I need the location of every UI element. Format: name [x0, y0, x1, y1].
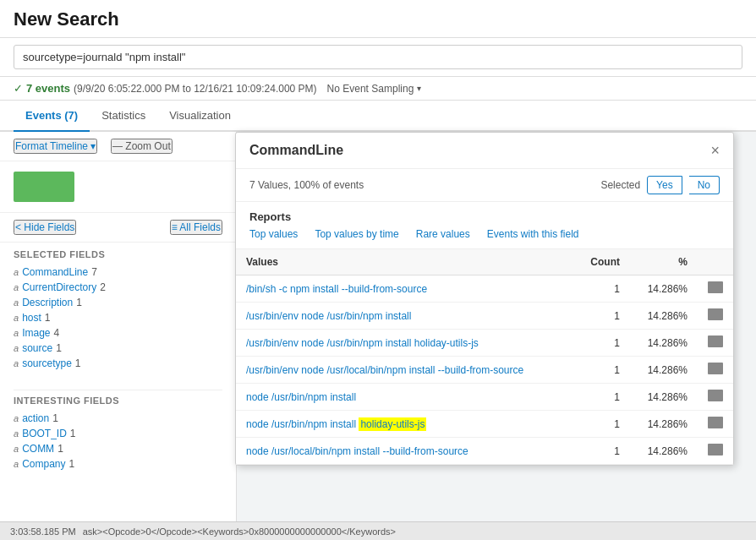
- value-link[interactable]: /usr/bin/env node /usr/bin/npm install h…: [246, 337, 479, 349]
- selected-fields-label: SELECTED FIELDS: [14, 249, 222, 259]
- count-cell: 1: [579, 303, 630, 330]
- reports-section: Reports Top values Top values by time Ra…: [236, 202, 733, 249]
- top-values-by-time-link[interactable]: Top values by time: [315, 228, 398, 240]
- col-values: Values: [236, 249, 579, 275]
- search-input[interactable]: sourcetype=journald "npm install": [14, 45, 742, 69]
- status-row: ✓ 7 events (9/9/20 6:05:22.000 PM to 12/…: [0, 77, 756, 101]
- pct-cell: 14.286%: [630, 275, 698, 303]
- rare-values-link[interactable]: Rare values: [416, 228, 470, 240]
- event-range: (9/9/20 6:05:22.000 PM to 12/16/21 10:09…: [74, 83, 317, 95]
- bar-cell: [698, 275, 733, 303]
- mini-bar: [708, 335, 723, 347]
- fields-toggle: < Hide Fields ≡ All Fields: [0, 212, 236, 243]
- format-timeline-button[interactable]: Format Timeline ▾: [14, 139, 97, 154]
- tab-statistics[interactable]: Statistics: [90, 101, 157, 132]
- field-type-icon: a: [14, 459, 19, 469]
- reports-links: Top values Top values by time Rare value…: [249, 228, 720, 240]
- yes-button[interactable]: Yes: [647, 176, 682, 194]
- field-item: aBOOT_ID1: [14, 426, 222, 441]
- value-link[interactable]: /usr/bin/env node /usr/local/bin/npm ins…: [246, 364, 523, 376]
- col-pct: %: [630, 249, 698, 275]
- field-item: aCompany1: [14, 456, 222, 472]
- reports-label: Reports: [249, 210, 720, 223]
- field-name-link[interactable]: COMM: [22, 443, 54, 455]
- table-row: /usr/bin/env node /usr/bin/npm install 1…: [236, 303, 733, 330]
- no-button[interactable]: No: [689, 176, 720, 194]
- value-link[interactable]: node /usr/bin/npm install holiday-utils-…: [246, 417, 426, 431]
- field-name-link[interactable]: Image: [22, 327, 50, 339]
- bar-cell: [698, 438, 733, 465]
- field-type-icon: a: [14, 313, 19, 323]
- field-count: 2: [100, 281, 106, 293]
- field-name-link[interactable]: Description: [22, 297, 73, 308]
- field-name-link[interactable]: source: [22, 342, 52, 354]
- value-link[interactable]: /bin/sh -c npm install --build-from-sour…: [246, 283, 427, 295]
- table-row: /usr/bin/env node /usr/local/bin/npm ins…: [236, 357, 733, 384]
- field-type-icon: a: [14, 413, 19, 423]
- status-bar: 3:03:58.185 PM ask><Opcode>0</Opcode><Ke…: [0, 521, 756, 540]
- value-link[interactable]: /usr/bin/env node /usr/bin/npm install: [246, 310, 411, 322]
- value-link[interactable]: node /usr/bin/npm install: [246, 391, 356, 403]
- bar-cell: [698, 384, 733, 411]
- all-fields-button[interactable]: ≡ All Fields: [170, 220, 222, 235]
- field-count: 1: [70, 428, 76, 439]
- sampling-label: No Event Sampling: [327, 83, 414, 95]
- pct-cell: 14.286%: [630, 357, 698, 384]
- top-values-link[interactable]: Top values: [249, 228, 298, 240]
- mini-bar: [708, 308, 723, 320]
- field-count: 1: [58, 443, 63, 455]
- table-row: /bin/sh -c npm install --build-from-sour…: [236, 275, 733, 303]
- timeline-green-bar: [14, 172, 74, 202]
- field-count: 1: [52, 412, 58, 424]
- table-row: /usr/bin/env node /usr/bin/npm install h…: [236, 330, 733, 357]
- field-count: 1: [56, 342, 62, 354]
- field-type-icon: a: [14, 328, 19, 338]
- sampling-button[interactable]: No Event Sampling ▾: [327, 83, 422, 95]
- field-count: 1: [68, 458, 74, 470]
- field-name-link[interactable]: CurrentDirectory: [22, 281, 96, 293]
- zoom-out-button[interactable]: — Zoom Out: [111, 139, 173, 154]
- mini-bar: [708, 444, 723, 455]
- page-header: New Search: [0, 0, 756, 38]
- pct-cell: 14.286%: [630, 411, 698, 438]
- field-item: aCOMM1: [14, 441, 222, 456]
- value-cell: /usr/bin/env node /usr/bin/npm install: [236, 303, 579, 330]
- events-with-field-link[interactable]: Events with this field: [487, 228, 579, 240]
- hide-fields-button[interactable]: < Hide Fields: [14, 220, 76, 235]
- value-cell: /bin/sh -c npm install --build-from-sour…: [236, 275, 579, 303]
- count-cell: 1: [579, 330, 630, 357]
- events-label: 7 events: [26, 82, 70, 95]
- field-name-link[interactable]: CommandLine: [22, 266, 88, 278]
- modal-close-button[interactable]: ×: [710, 143, 720, 158]
- tab-events[interactable]: Events (7): [14, 101, 90, 132]
- field-count: 1: [75, 357, 81, 369]
- value-cell: /usr/bin/env node /usr/local/bin/npm ins…: [236, 357, 579, 384]
- bar-cell: [698, 330, 733, 357]
- field-type-icon: a: [14, 267, 19, 277]
- format-timeline-label: Format Timeline: [15, 140, 88, 152]
- field-name-link[interactable]: BOOT_ID: [22, 428, 67, 439]
- pct-cell: 14.286%: [630, 384, 698, 411]
- value-cell: node /usr/local/bin/npm install --build-…: [236, 438, 579, 465]
- col-bar: [698, 249, 733, 275]
- table-header: Values Count %: [236, 249, 733, 275]
- value-cell: node /usr/bin/npm install: [236, 384, 579, 411]
- values-table: Values Count % /bin/sh -c npm install --…: [236, 249, 733, 465]
- events-count: ✓ 7 events (9/9/20 6:05:22.000 PM to 12/…: [14, 82, 317, 95]
- selected-fields-section: SELECTED FIELDS aCommandLine7aCurrentDir…: [0, 243, 236, 378]
- interesting-fields-label: INTERESTING FIELDS: [14, 395, 222, 406]
- pct-cell: 14.286%: [630, 330, 698, 357]
- toolbar: Format Timeline ▾ — Zoom Out: [0, 132, 236, 161]
- value-link[interactable]: node /usr/local/bin/npm install --build-…: [246, 445, 468, 457]
- pct-cell: 14.286%: [630, 303, 698, 330]
- pct-cell: 14.286%: [630, 438, 698, 465]
- field-name-link[interactable]: sourcetype: [22, 357, 72, 369]
- bar-cell: [698, 303, 733, 330]
- field-name-link[interactable]: Company: [22, 458, 65, 470]
- page-title: New Search: [14, 8, 742, 37]
- tab-visualization[interactable]: Visualization: [157, 101, 243, 132]
- field-name-link[interactable]: action: [22, 412, 49, 424]
- field-name-link[interactable]: host: [22, 312, 41, 324]
- status-text: ask><Opcode>0</Opcode><Keywords>0x800000…: [83, 526, 396, 537]
- chevron-down-icon: ▾: [417, 84, 421, 93]
